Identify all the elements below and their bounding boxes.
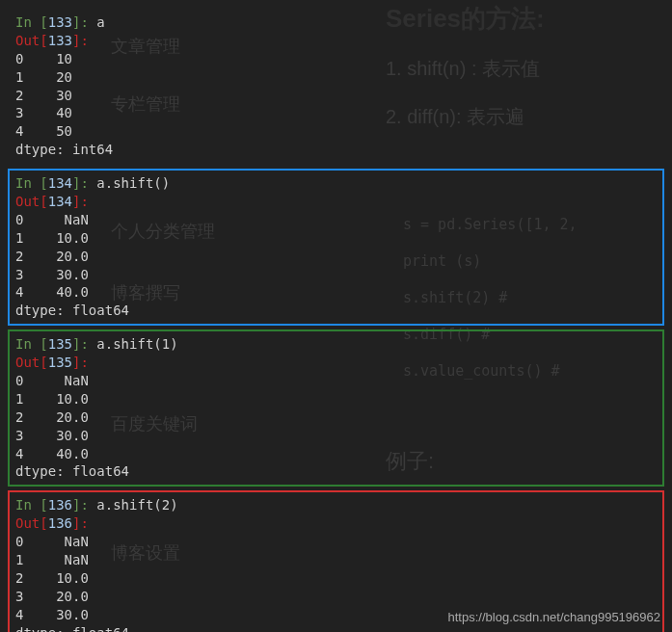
in-prompt: In [	[15, 336, 48, 352]
in-prompt-close: ]:	[72, 336, 96, 352]
output-prompt-line: Out[133]:	[15, 32, 657, 50]
input-prompt-line: In [133]: a	[15, 13, 657, 32]
input-prompt-line: In [136]: a.shift(2)	[15, 496, 657, 514]
out-prompt-number: 136	[48, 515, 72, 531]
out-prompt-close: ]:	[72, 515, 89, 531]
command-text: a	[96, 14, 104, 30]
in-prompt: In [	[15, 497, 48, 513]
output-body: 0 NaN 1 10.0 2 20.0 3 30.0 4 40.0 dtype:…	[15, 211, 657, 320]
command-text: a.shift(1)	[96, 336, 177, 352]
in-prompt: In [	[15, 175, 48, 191]
code-cell: In [134]: a.shift()Out[134]:0 NaN 1 10.0…	[8, 169, 664, 326]
in-prompt: In [	[15, 14, 48, 30]
out-prompt-number: 135	[48, 355, 72, 370]
code-cells-container: In [133]: aOut[133]:0 10 1 20 2 30 3 40 …	[0, 0, 672, 632]
in-prompt-number: 133	[48, 14, 72, 30]
out-prompt-number: 134	[48, 194, 72, 209]
command-text: a.shift()	[96, 175, 170, 191]
command-text: a.shift(2)	[96, 497, 177, 513]
out-prompt-close: ]:	[72, 355, 89, 370]
output-body: 0 NaN 1 10.0 2 20.0 3 30.0 4 40.0 dtype:…	[15, 372, 657, 481]
out-prompt: Out[	[15, 355, 48, 370]
in-prompt-close: ]:	[72, 497, 96, 513]
out-prompt: Out[	[15, 515, 48, 531]
out-prompt: Out[	[15, 194, 48, 209]
watermark-text: https://blog.csdn.net/chang995196962	[448, 610, 660, 624]
in-prompt-number: 135	[48, 336, 72, 352]
out-prompt-close: ]:	[72, 33, 89, 48]
in-prompt-number: 136	[48, 497, 72, 513]
out-prompt-number: 133	[48, 33, 72, 48]
in-prompt-number: 134	[48, 175, 72, 191]
output-prompt-line: Out[134]:	[15, 193, 657, 211]
output-prompt-line: Out[136]:	[15, 514, 657, 533]
in-prompt-close: ]:	[72, 175, 96, 191]
out-prompt-close: ]:	[72, 194, 89, 209]
input-prompt-line: In [134]: a.shift()	[15, 174, 657, 193]
output-body: 0 10 1 20 2 30 3 40 4 50 dtype: int64	[15, 50, 657, 159]
output-prompt-line: Out[135]:	[15, 354, 657, 372]
out-prompt: Out[	[15, 33, 48, 48]
in-prompt-close: ]:	[72, 14, 96, 30]
input-prompt-line: In [135]: a.shift(1)	[15, 335, 657, 354]
code-cell: In [135]: a.shift(1)Out[135]:0 NaN 1 10.…	[8, 329, 664, 487]
code-cell: In [133]: aOut[133]:0 10 1 20 2 30 3 40 …	[8, 8, 664, 165]
